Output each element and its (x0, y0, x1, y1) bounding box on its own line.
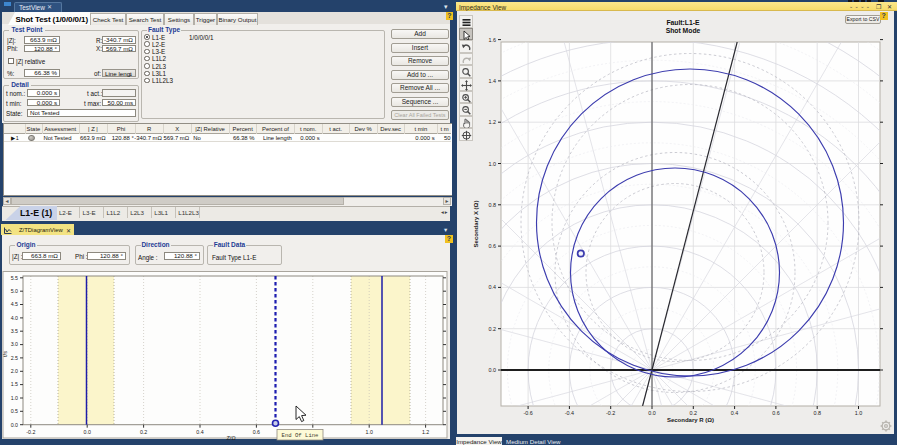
svg-text:4.5: 4.5 (11, 301, 18, 307)
svg-text:0.8: 0.8 (813, 410, 821, 416)
svg-text:1.2: 1.2 (422, 429, 429, 435)
svg-text:0.0: 0.0 (489, 367, 497, 373)
svg-text:Fault:L1-E: Fault:L1-E (666, 19, 700, 26)
svg-text:0.2: 0.2 (489, 326, 497, 332)
svg-text:2.5: 2.5 (11, 355, 18, 361)
svg-text:0.0: 0.0 (11, 422, 18, 428)
svg-text:0.4: 0.4 (731, 410, 739, 416)
svg-text:End Of Line: End Of Line (282, 432, 319, 439)
svg-text:Secondary X (Ω): Secondary X (Ω) (473, 201, 479, 248)
svg-text:Z/Ω: Z/Ω (226, 435, 235, 441)
svg-text:0.6: 0.6 (253, 429, 260, 435)
svg-text:1.5: 1.5 (11, 381, 18, 387)
svg-text:0.8: 0.8 (489, 202, 497, 208)
svg-text:0.4: 0.4 (196, 429, 203, 435)
svg-text:2.0: 2.0 (11, 368, 18, 374)
svg-text:0.2: 0.2 (690, 410, 698, 416)
svg-text:-0.6: -0.6 (523, 410, 532, 416)
svg-text:0.5: 0.5 (11, 408, 18, 414)
svg-text:1.0: 1.0 (366, 429, 373, 435)
svg-text:3.5: 3.5 (11, 328, 18, 334)
svg-text:1.2: 1.2 (489, 119, 497, 125)
svg-text:5.5: 5.5 (11, 275, 18, 281)
svg-text:1.0: 1.0 (855, 410, 863, 416)
svg-text:5.0: 5.0 (11, 288, 18, 294)
svg-text:Secondary R (Ω): Secondary R (Ω) (667, 417, 714, 423)
svg-text:1.6: 1.6 (489, 37, 497, 43)
svg-text:0.6: 0.6 (489, 243, 497, 249)
svg-text:0.0: 0.0 (648, 410, 656, 416)
svg-text:0.2: 0.2 (140, 429, 147, 435)
svg-text:0.4: 0.4 (489, 284, 497, 290)
svg-text:1.4: 1.4 (489, 78, 497, 84)
svg-text:1.0: 1.0 (489, 161, 497, 167)
svg-text:-0.2: -0.2 (606, 410, 615, 416)
svg-text:-0.4: -0.4 (565, 410, 574, 416)
svg-text:4.0: 4.0 (11, 315, 18, 321)
svg-text:0.6: 0.6 (772, 410, 780, 416)
svg-text:t/s: t/s (2, 351, 8, 357)
svg-text:3.0: 3.0 (11, 341, 18, 347)
svg-text:-0.2: -0.2 (26, 429, 35, 435)
svg-text:Shot Mode: Shot Mode (666, 27, 701, 34)
svg-text:0.0: 0.0 (84, 429, 91, 435)
svg-text:1.0: 1.0 (11, 395, 18, 401)
